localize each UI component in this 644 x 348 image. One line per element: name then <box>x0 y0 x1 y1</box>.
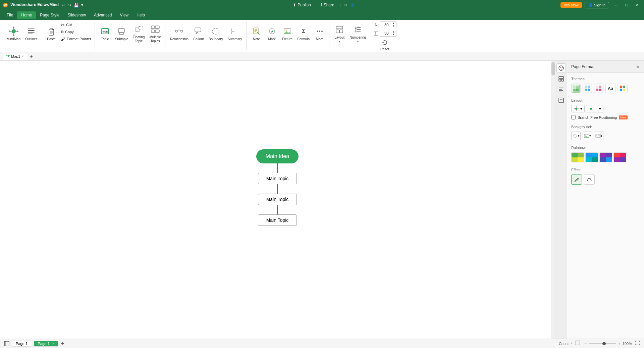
active-page-close[interactable]: × <box>52 342 54 346</box>
right-panel-close[interactable]: ✕ <box>636 64 640 69</box>
menu-help[interactable]: Help <box>132 11 149 19</box>
font-size-row-2: ▲ ▼ <box>380 30 396 37</box>
effect-pen-btn[interactable] <box>571 175 582 185</box>
topic-node-1[interactable]: Main Topic <box>258 173 297 184</box>
mindmap: Main Idea Main Topic Main Topic Mai <box>244 149 311 250</box>
summary-button[interactable]: Summary <box>226 21 244 46</box>
menu-home[interactable]: Home <box>17 11 36 19</box>
active-page-tab[interactable]: Page-1 × <box>34 341 58 347</box>
layout-button[interactable]: Layout ▾ <box>332 21 347 46</box>
bg-pattern-btn[interactable]: ▾ <box>594 132 603 140</box>
add-page-button[interactable]: + <box>61 341 64 347</box>
outliner-button[interactable]: Outliner <box>23 21 39 46</box>
svg-rect-34 <box>195 28 201 32</box>
font-size-arrows-2[interactable]: ▲ ▼ <box>392 31 395 36</box>
close-button[interactable]: ✕ <box>633 2 641 8</box>
effect-label: Effect: <box>571 168 640 172</box>
note-button[interactable]: Note <box>249 21 264 46</box>
canvas-area[interactable]: Main Idea Main Topic Main Topic Mai <box>0 61 555 339</box>
callout-button[interactable]: Callout <box>191 21 206 46</box>
boundary-button[interactable]: Boundary <box>207 21 225 46</box>
relationship-button[interactable]: Relationship <box>168 21 191 46</box>
save-button[interactable]: 💾 <box>73 2 79 8</box>
theme-swatch-3[interactable] <box>594 84 603 93</box>
topic-label: Topic <box>101 37 109 41</box>
scrollbar-thumb[interactable] <box>551 62 555 76</box>
cut-button[interactable]: ✂ Cut <box>59 21 93 28</box>
theme-swatch-2[interactable] <box>583 84 592 93</box>
vertical-scrollbar[interactable] <box>551 61 555 339</box>
main-idea-node[interactable]: Main Idea <box>256 149 299 163</box>
outline-panel-icon[interactable] <box>556 96 566 105</box>
font-size-arrows-1[interactable]: ▲ ▼ <box>392 22 395 28</box>
zoom-in-button[interactable]: + <box>617 340 621 347</box>
branch-free-checkbox[interactable] <box>571 115 576 119</box>
menu-slideshow[interactable]: Slideshow <box>63 11 90 19</box>
fullscreen-button[interactable] <box>635 340 640 347</box>
formula-button[interactable]: Σ Formula <box>296 21 312 46</box>
font-size-input-1[interactable] <box>381 23 391 27</box>
rainbow-btn-4[interactable] <box>613 152 626 162</box>
menu-file[interactable]: File <box>3 11 17 19</box>
multiple-topics-button[interactable]: MultipleTopics <box>147 21 163 46</box>
buy-now-button[interactable]: Buy Now <box>560 2 582 8</box>
page-view-toggle[interactable] <box>4 341 9 346</box>
bg-image-btn[interactable]: ▾ <box>583 132 592 140</box>
mindmap-button[interactable]: MindMap <box>5 21 22 46</box>
paste-button[interactable]: Paste <box>44 21 59 46</box>
format-panel-icon[interactable] <box>556 85 566 94</box>
menu-page-style[interactable]: Page Style <box>36 11 63 19</box>
panel-section-background: Background: ▾ ▾ <box>571 125 640 140</box>
mindmap-container: Main Idea Main Topic Main Topic Mai <box>0 61 555 339</box>
zoom-slider[interactable] <box>589 343 616 344</box>
effect-fill-btn[interactable] <box>584 175 595 185</box>
theme-color-picker[interactable] <box>618 84 628 93</box>
mark-button[interactable]: ★ Mark <box>265 21 279 46</box>
rainbow-btn-3[interactable] <box>599 152 612 162</box>
bg-image-dropdown[interactable]: ▾ <box>589 134 591 138</box>
topic-button[interactable]: Topic Topic <box>98 21 112 46</box>
bg-pattern-dropdown[interactable]: ▾ <box>601 134 602 138</box>
svg-text:W: W <box>4 4 7 7</box>
more-tools-button[interactable]: ▾ <box>80 2 84 8</box>
fit-page-button[interactable] <box>575 340 581 347</box>
maximize-button[interactable]: □ <box>623 2 631 8</box>
redo-button[interactable]: ↪ <box>67 2 72 8</box>
tab-map1[interactable]: 🗺 Map1 × <box>3 53 27 60</box>
svg-rect-51 <box>336 30 339 33</box>
tab-map1-close[interactable]: × <box>22 54 24 58</box>
undo-button[interactable]: ↩ <box>61 2 66 8</box>
floating-topic-button[interactable]: FloatingTopic <box>131 21 147 46</box>
page-1-tab[interactable]: Page-1 <box>12 341 31 347</box>
format-painter-button[interactable]: 🖌 Format Painter <box>59 36 93 42</box>
layout-style-dropdown[interactable]: ▾ <box>571 105 585 112</box>
bg-color-dropdown[interactable]: ▾ <box>578 134 580 138</box>
themes-panel-icon[interactable] <box>556 63 566 73</box>
rainbow-btn-1[interactable] <box>571 152 584 162</box>
subtopic-button[interactable]: Subtopic <box>113 21 130 46</box>
layout-style-dropdown-2[interactable]: ─ ▾ <box>586 105 603 112</box>
theme-font-btn[interactable]: Aa <box>605 84 615 93</box>
publish-button[interactable]: ⬆ Publish <box>289 2 314 8</box>
sign-in-button[interactable]: 👤 Sign In <box>585 2 609 8</box>
more-button[interactable]: More <box>312 21 327 46</box>
numbering-button[interactable]: 1. 2. 3. Numbering ▾ <box>347 21 368 46</box>
svg-rect-107 <box>598 135 599 136</box>
menu-view[interactable]: View <box>116 11 132 19</box>
layout-dropdown-1: ▾ ─ ▾ <box>571 105 603 112</box>
menu-advanced[interactable]: Advanced <box>90 11 116 19</box>
reset-button[interactable]: Reset <box>379 37 391 52</box>
theme-swatch-1[interactable] <box>571 84 581 93</box>
copy-button[interactable]: ⧉ Copy <box>59 29 93 35</box>
layout-panel-icon[interactable] <box>556 74 566 84</box>
font-size-input-2[interactable] <box>381 31 391 35</box>
topic-node-3[interactable]: Main Topic <box>258 214 297 226</box>
topic-node-2[interactable]: Main Topic <box>258 194 297 205</box>
bg-color-btn[interactable]: ▾ <box>571 132 581 140</box>
share-button[interactable]: ⤴ Share <box>317 2 338 8</box>
minimize-button[interactable]: ─ <box>612 2 620 8</box>
picture-button[interactable]: Picture <box>280 21 295 46</box>
rainbow-btn-2[interactable] <box>585 152 598 162</box>
new-tab-button[interactable]: + <box>28 53 35 60</box>
zoom-out-button[interactable]: − <box>583 340 587 347</box>
